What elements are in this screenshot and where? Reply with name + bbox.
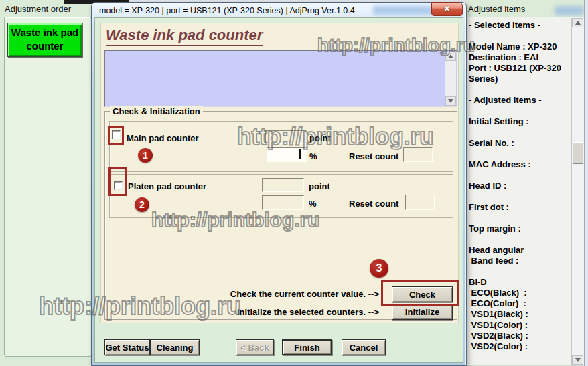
adjusted-items-line: ECO(Color) : (469, 298, 571, 309)
adjusted-items-lines: - Selected items -Model Name : XP-320Des… (469, 20, 571, 352)
adjusted-items-line: VSD1(Black) : (469, 309, 571, 320)
adjusted-items-line: Bi-D (469, 277, 571, 288)
adjusted-items-line (469, 170, 571, 181)
cancel-button[interactable]: Cancel (342, 339, 386, 355)
scroll-down-icon[interactable] (572, 355, 583, 365)
adjusted-items-line: VSD1(Color) : (469, 320, 571, 331)
adjusted-items-line (469, 31, 571, 41)
adjustment-order-title: Adjustment order (5, 4, 71, 14)
adjusted-items-line: VSD2(Color) : (469, 341, 571, 352)
main-pad-row: Main pad counter point % Reset count 1 (109, 121, 453, 172)
adjusted-items-scrollbar[interactable] (571, 18, 583, 365)
main-reset-input[interactable] (403, 147, 433, 162)
platen-point-label: point (309, 181, 330, 191)
screen: Adjustment order Waste ink pad counter A… (0, 0, 588, 366)
get-status-button[interactable]: Get Status (104, 339, 150, 355)
adjusted-items-line (469, 84, 571, 95)
group-label: Check & Initialization (110, 106, 203, 116)
adjusted-items-line (469, 191, 571, 202)
scrollbar-thumb[interactable] (573, 142, 583, 164)
scroll-down-icon[interactable] (445, 96, 456, 106)
scroll-up-icon[interactable] (572, 18, 583, 27)
wizard-page: Waste ink pad counter Check & Initializa… (100, 23, 459, 323)
scroll-up-icon[interactable] (445, 52, 456, 61)
finish-button[interactable]: Finish (282, 339, 332, 355)
main-pad-label: Main pad counter (127, 133, 199, 143)
adjusted-items-line (469, 149, 571, 159)
adjusted-items-line: Head ID : (469, 181, 571, 191)
adjusted-items-line: - Selected items - (469, 20, 571, 31)
adjusted-items-line: Series) (469, 74, 571, 84)
message-scrollbar[interactable] (445, 52, 456, 106)
step-2-highlight (108, 167, 127, 196)
initialize-button[interactable]: Initialize (392, 304, 453, 320)
step-3-badge: 3 (370, 259, 388, 278)
adjusted-items-panel: Adjusted items - Selected items -Model N… (462, 0, 588, 366)
platen-point-input[interactable] (262, 178, 304, 192)
window-edge (584, 0, 588, 366)
adjusted-items-line (469, 127, 571, 138)
dialog-title: model = XP-320 | port = USB121 (XP-320 S… (99, 6, 355, 15)
close-button[interactable]: × (431, 2, 463, 16)
main-percent-label: % (309, 151, 317, 161)
adjusted-items-line: Initial Setting : (469, 116, 571, 127)
check-initialization-group: Check & Initialization Main pad counter … (104, 111, 457, 320)
message-textarea[interactable] (104, 50, 457, 107)
platen-pad-label: Platen pad counter (128, 181, 206, 191)
adjusted-items-line: Destination : EAI (469, 52, 571, 63)
main-percent-input[interactable] (267, 147, 307, 162)
page-title: Waste ink pad counter (106, 27, 263, 46)
platen-percent-label: % (309, 199, 317, 209)
platen-pad-row: Platen pad counter point % Reset count 2 (109, 174, 453, 218)
dialog-client-area: Waste ink pad counter Check & Initializa… (94, 17, 463, 363)
adjusted-items-line: VSD2(Black) : (469, 331, 571, 341)
platen-percent-input[interactable] (262, 195, 304, 210)
adjusted-items-line: - Adjusted items - (469, 95, 571, 106)
adjusted-items-line: Top margin : (469, 223, 571, 234)
adjusted-items-line (469, 266, 571, 277)
adjusted-items-textarea[interactable]: - Selected items -Model Name : XP-320Des… (464, 17, 585, 366)
adjusted-items-line: Head angular (469, 245, 571, 256)
cleaning-button[interactable]: Cleaning (150, 339, 200, 355)
adjusted-items-line: MAC Address : (469, 159, 571, 170)
adjusted-items-line (469, 106, 571, 116)
adjprog-dialog: model = XP-320 | port = USB121 (XP-320 S… (91, 2, 467, 366)
platen-reset-input[interactable] (405, 195, 435, 210)
blurred-title-text (373, 6, 435, 15)
adjusted-items-title: Adjusted items (468, 4, 525, 14)
adjusted-items-line: Band feed : (469, 256, 571, 266)
adjusted-items-line (469, 234, 571, 245)
step-2-badge: 2 (135, 197, 149, 212)
step-1-highlight (108, 126, 124, 145)
adjusted-items-line: ECO(Black) : (469, 288, 571, 298)
adjusted-items-line (469, 213, 571, 223)
main-point-input[interactable] (265, 130, 307, 144)
step-3-highlight (381, 280, 459, 306)
waste-ink-pad-counter-button[interactable]: Waste ink pad counter (7, 23, 82, 57)
adjusted-items-line: Port : USB121 (XP-320 (469, 63, 571, 74)
adjusted-items-line: Serial No. : (469, 138, 571, 149)
adjusted-items-line: First dot : (469, 202, 571, 213)
check-instruction: Check the current counter value. --> (221, 289, 379, 299)
text-caret (299, 149, 301, 159)
adjustment-order-panel: Waste ink pad counter (4, 17, 92, 357)
step-1-badge: 1 (138, 148, 153, 163)
back-button[interactable]: < Back (236, 339, 274, 355)
adjusted-items-line: Model Name : XP-320 (469, 41, 571, 52)
main-point-label: point (309, 133, 331, 143)
main-reset-label: Reset count (349, 151, 398, 161)
platen-reset-label: Reset count (349, 199, 398, 209)
initialize-instruction: Initialize the selected counters. --> (221, 307, 379, 317)
